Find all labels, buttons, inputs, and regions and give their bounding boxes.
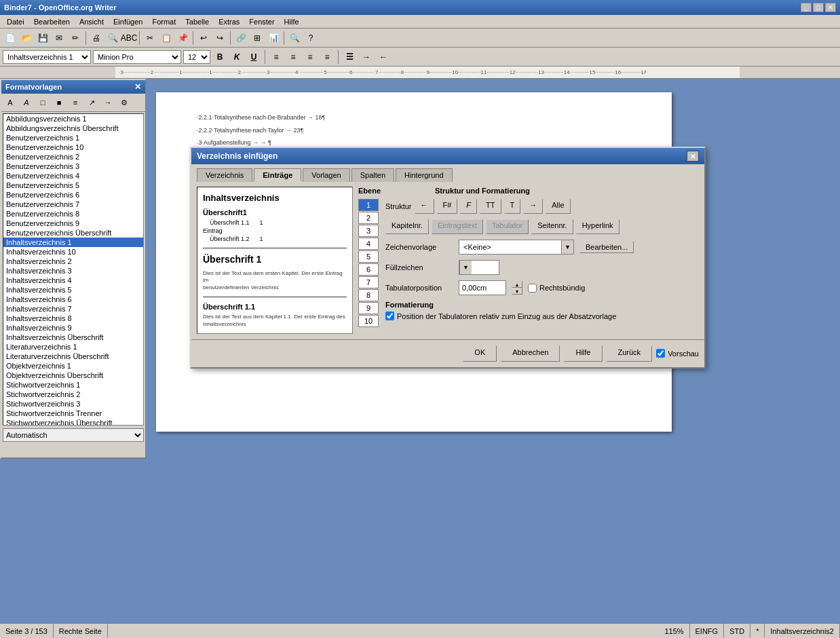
italic-button[interactable]: K bbox=[229, 50, 244, 64]
ok-button[interactable]: OK bbox=[463, 345, 497, 362]
position-checkbox[interactable] bbox=[385, 312, 394, 320]
tabulator-button[interactable]: Tabulator bbox=[486, 219, 529, 234]
level-1[interactable]: 1 bbox=[358, 199, 379, 211]
struktur-btn-fhash[interactable]: F# bbox=[437, 199, 458, 214]
struktur-btn-tt[interactable]: TT bbox=[480, 199, 501, 214]
print-button[interactable]: 🖨 bbox=[89, 31, 104, 45]
tabulatorposition-input[interactable]: 0,00cm bbox=[459, 280, 506, 295]
eintragstext-button[interactable]: Eintragstext bbox=[432, 219, 483, 234]
tab-spalten[interactable]: Spalten bbox=[351, 168, 394, 182]
menu-fenster[interactable]: Fenster bbox=[245, 16, 278, 27]
size-dropdown[interactable]: 12 bbox=[183, 50, 210, 64]
struktur-section: Struktur ← F# F TT T → Alle bbox=[385, 199, 699, 327]
hyperlink-button[interactable]: 🔗 bbox=[233, 31, 248, 45]
menu-tabelle[interactable]: Tabelle bbox=[181, 16, 213, 27]
tab-vorlagen[interactable]: Vorlagen bbox=[303, 168, 349, 182]
level-6[interactable]: 6 bbox=[358, 263, 379, 276]
copy-button[interactable]: 📋 bbox=[159, 31, 174, 45]
menu-ansicht[interactable]: Ansicht bbox=[75, 16, 108, 27]
email-button[interactable]: ✉ bbox=[52, 31, 66, 45]
preview-title: Inhaltsverzeichnis bbox=[203, 193, 347, 203]
new-button[interactable]: 📄 bbox=[3, 31, 18, 45]
table-button[interactable]: ⊞ bbox=[250, 31, 265, 45]
edit-button[interactable]: ✏ bbox=[68, 31, 83, 45]
level-2[interactable]: 2 bbox=[358, 212, 379, 224]
open-button[interactable]: 📂 bbox=[19, 31, 34, 45]
save-button[interactable]: 💾 bbox=[35, 31, 50, 45]
cut-button[interactable]: ✂ bbox=[142, 31, 157, 45]
modal-close-button[interactable]: ✕ bbox=[687, 151, 699, 162]
preview-divider bbox=[203, 248, 347, 248]
tabulatorposition-up[interactable]: ▲ bbox=[512, 281, 522, 288]
level-10[interactable]: 10 bbox=[358, 315, 379, 327]
level-8[interactable]: 8 bbox=[358, 289, 379, 301]
zeichenvorlage-arrow[interactable]: ▼ bbox=[561, 240, 573, 254]
preview-big-heading: Überschrift 1 bbox=[203, 254, 347, 265]
entry-type-buttons: Kapitelnr. Eintragstext Tabulator Seiten… bbox=[385, 219, 699, 234]
struktur-btn-f[interactable]: F bbox=[460, 199, 477, 214]
abbrechen-button[interactable]: Abbrechen bbox=[501, 345, 560, 362]
struktur-label: Struktur und Formatierung bbox=[435, 187, 530, 195]
menu-extras[interactable]: Extras bbox=[214, 16, 244, 27]
position-checkbox-row: Position der Tabulatoren relativ zum Ein… bbox=[385, 312, 699, 320]
menu-format[interactable]: Format bbox=[148, 16, 180, 27]
menu-einfuegen[interactable]: Einfügen bbox=[109, 16, 147, 27]
bold-button[interactable]: B bbox=[212, 50, 227, 64]
redo-button[interactable]: ↪ bbox=[212, 31, 227, 45]
list-button[interactable]: ☰ bbox=[342, 50, 357, 64]
window-title: Binder7 - OpenOffice.org Writer bbox=[4, 3, 116, 12]
tabulatorposition-down[interactable]: ▼ bbox=[512, 288, 522, 295]
align-justify-button[interactable]: ≡ bbox=[320, 50, 335, 64]
chart-button[interactable]: 📊 bbox=[266, 31, 281, 45]
indent-button[interactable]: → bbox=[359, 50, 374, 64]
outdent-button[interactable]: ← bbox=[376, 50, 391, 64]
level-7[interactable]: 7 bbox=[358, 276, 379, 288]
font-dropdown[interactable]: Minion Pro bbox=[93, 50, 181, 64]
style-dropdown[interactable]: Inhaltsverzeichnis 1 bbox=[3, 50, 91, 64]
underline-button[interactable]: U bbox=[246, 50, 261, 64]
level-5[interactable]: 5 bbox=[358, 250, 379, 263]
zeichenvorlage-row: Zeichenvorlage <Keine> ▼ Bearbeiten... bbox=[385, 240, 699, 255]
tab-eintraege[interactable]: Einträge bbox=[254, 168, 301, 182]
menu-hilfe[interactable]: Hilfe bbox=[280, 16, 303, 27]
struktur-btn-right[interactable]: → bbox=[523, 199, 543, 214]
toolbar-separator-5 bbox=[284, 31, 284, 45]
level-4[interactable]: 4 bbox=[358, 238, 379, 250]
minimize-button[interactable]: _ bbox=[801, 3, 812, 12]
spellcheck-button[interactable]: ABC bbox=[121, 31, 136, 45]
tabulatorposition-spinner: ▲ ▼ bbox=[512, 281, 522, 295]
close-button[interactable]: ✕ bbox=[825, 3, 836, 12]
fuellzeichen-dropdown[interactable]: ▼ bbox=[459, 261, 472, 274]
zurueck-button[interactable]: Zurück bbox=[607, 345, 653, 362]
bearbeiten-button[interactable]: Bearbeiten... bbox=[579, 241, 634, 253]
struktur-buttons-row: Struktur ← F# F TT T → Alle bbox=[385, 199, 699, 214]
fuellzeichen-box[interactable]: ▼ bbox=[459, 260, 499, 275]
rechtsbündig-checkbox[interactable] bbox=[528, 284, 537, 293]
preview-button[interactable]: 🔍 bbox=[105, 31, 120, 45]
zeichenvorlage-dropdown[interactable]: <Keine> ▼ bbox=[459, 240, 574, 255]
menu-datei[interactable]: Datei bbox=[3, 16, 28, 27]
align-right-button[interactable]: ≡ bbox=[303, 50, 318, 64]
paste-button[interactable]: 📌 bbox=[175, 31, 190, 45]
tab-hintergrund[interactable]: Hintergrund bbox=[396, 168, 452, 182]
level-3[interactable]: 3 bbox=[358, 225, 379, 237]
modal-button-row: OK Abbrechen Hilfe Zurück Vorschau bbox=[191, 339, 704, 367]
struktur-btn-t[interactable]: T bbox=[504, 199, 521, 214]
align-center-button[interactable]: ≡ bbox=[286, 50, 301, 64]
menu-bearbeiten[interactable]: Bearbeiten bbox=[30, 16, 74, 27]
level-9[interactable]: 9 bbox=[358, 302, 379, 314]
vorschau-checkbox[interactable] bbox=[656, 349, 665, 358]
preview-divider-2 bbox=[203, 297, 347, 297]
find-button[interactable]: 🔍 bbox=[287, 31, 302, 45]
help-button[interactable]: ? bbox=[303, 31, 318, 45]
struktur-btn-alle[interactable]: Alle bbox=[546, 199, 570, 214]
hilfe-button[interactable]: Hilfe bbox=[564, 345, 602, 362]
align-left-button[interactable]: ≡ bbox=[269, 50, 284, 64]
kapitelnr-button[interactable]: Kapitelnr. bbox=[385, 219, 429, 234]
seitennr-button[interactable]: Seitennr. bbox=[531, 219, 573, 234]
struktur-btn-left[interactable]: ← bbox=[415, 199, 434, 214]
maximize-button[interactable]: □ bbox=[813, 3, 824, 12]
tab-verzeichnis[interactable]: Verzeichnis bbox=[197, 168, 252, 182]
undo-button[interactable]: ↩ bbox=[196, 31, 211, 45]
hyperlink-button[interactable]: Hyperlink bbox=[576, 219, 619, 234]
